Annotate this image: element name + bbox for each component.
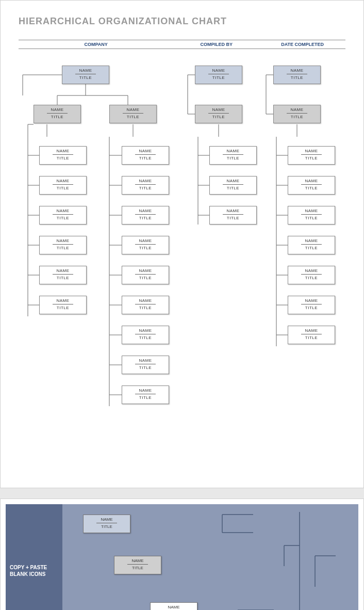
node-child[interactable]: NAMETITLE xyxy=(288,266,335,284)
node-child[interactable]: NAMETITLE xyxy=(122,236,169,254)
node-child[interactable]: NAMETITLE xyxy=(288,236,335,254)
header-compiled: COMPILED BY xyxy=(173,40,259,49)
node-child[interactable]: NAMETITLE xyxy=(122,176,169,195)
header-company: COMPANY xyxy=(19,40,173,49)
org-chart-sheet: HIERARCHICAL ORGANIZATIONAL CHART COMPAN… xyxy=(0,0,364,488)
node-sub-2[interactable]: NAMETITLE xyxy=(195,105,242,123)
node-child[interactable]: NAMETITLE xyxy=(39,176,87,195)
node-child[interactable]: NAMETITLE xyxy=(122,266,169,284)
chart-area: NAMETITLE NAMETITLE NAMETITLE NAMETITLE … xyxy=(13,65,351,457)
node-child[interactable]: NAMETITLE xyxy=(39,266,87,284)
node-root-1[interactable]: NAMETITLE xyxy=(62,66,109,84)
node-child[interactable]: NAMETITLE xyxy=(209,176,257,195)
connector-lines xyxy=(13,65,351,457)
node-child[interactable]: NAMETITLE xyxy=(288,326,335,344)
node-child[interactable]: NAMETITLE xyxy=(209,206,257,224)
sample-node-blue[interactable]: NAMETITLE xyxy=(83,515,130,533)
node-child[interactable]: NAMETITLE xyxy=(39,296,87,314)
node-child[interactable]: NAMETITLE xyxy=(122,326,169,344)
copy-paste-sheet: COPY + PASTE BLANK ICONS NAMETITLE NAMET… xyxy=(0,499,364,610)
sample-node-grey[interactable]: NAMETITLE xyxy=(114,556,161,574)
node-sub-3[interactable]: NAMETITLE xyxy=(273,105,321,123)
node-child[interactable]: NAMETITLE xyxy=(288,206,335,224)
node-sub-1a[interactable]: NAMETITLE xyxy=(34,105,81,123)
copy-paste-panel: COPY + PASTE BLANK ICONS NAMETITLE NAMET… xyxy=(6,504,358,610)
header-row: COMPANY COMPILED BY DATE COMPLETED xyxy=(19,40,345,49)
node-child[interactable]: NAMETITLE xyxy=(122,296,169,314)
node-child[interactable]: NAMETITLE xyxy=(288,296,335,314)
node-root-2[interactable]: NAMETITLE xyxy=(195,66,242,84)
node-root-3[interactable]: NAMETITLE xyxy=(273,66,321,84)
header-date: DATE COMPLETED xyxy=(259,40,345,49)
copy-paste-label: COPY + PASTE BLANK ICONS xyxy=(6,504,62,610)
node-child[interactable]: NAMETITLE xyxy=(122,206,169,224)
node-child[interactable]: NAMETITLE xyxy=(39,146,87,165)
node-child[interactable]: NAMETITLE xyxy=(39,206,87,224)
node-child[interactable]: NAMETITLE xyxy=(288,176,335,195)
node-child[interactable]: NAMETITLE xyxy=(209,146,257,165)
node-sub-1b[interactable]: NAMETITLE xyxy=(109,105,157,123)
node-child[interactable]: NAMETITLE xyxy=(122,356,169,374)
node-child[interactable]: NAMETITLE xyxy=(122,146,169,165)
node-child[interactable]: NAMETITLE xyxy=(122,386,169,404)
page-title: HIERARCHICAL ORGANIZATIONAL CHART xyxy=(19,16,351,27)
node-child[interactable]: NAMETITLE xyxy=(39,236,87,254)
sample-node-white[interactable]: NAMETITLE xyxy=(150,602,197,610)
node-child[interactable]: NAMETITLE xyxy=(288,146,335,165)
